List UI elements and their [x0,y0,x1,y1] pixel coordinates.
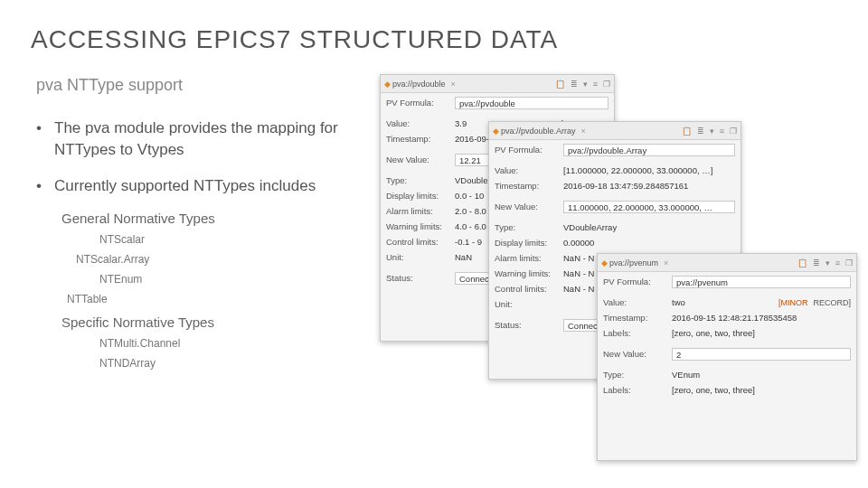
tab-title[interactable]: pva://pvenum [609,258,658,267]
value-field: [11.000000, 22.000000, 33.000000, …] [563,164,735,177]
type-ntndarray: NTNDArray [99,357,362,370]
label-pvformula: PV Formula: [495,145,563,155]
label-warninglimits: Warning limits: [386,221,455,231]
maximize-icon[interactable] [845,258,853,267]
bullet-text: The pva module provides the mapping for … [54,117,362,161]
bullet-dot-icon: • [36,117,54,161]
status-badge: [MINORRECORD] [778,298,851,308]
tab-bar: ◆ pva://pvdouble.Array × [489,122,741,140]
probe-panel-pvenum: ◆ pva://pvenum × PV Formula:pva://pvenum… [597,253,857,461]
label-labels: Labels: [603,385,672,395]
tab-title[interactable]: pva://pvdouble [392,80,446,89]
label-pvformula: PV Formula: [386,98,455,108]
label-type: Type: [495,222,563,232]
type-nttable: NTTable [67,293,362,305]
bullet-list: • The pva module provides the mapping fo… [36,117,362,370]
label-warninglimits: Warning limits: [495,268,563,278]
label-alarmlimits: Alarm limits: [386,206,455,216]
type-ntmultichannel: NTMulti.Channel [99,337,362,350]
label-newvalue: New Value: [495,202,563,211]
slide: ACCESSING EPICS7 STRUCTURED DATA pva NTT… [0,0,868,488]
label-displaylimits: Display limits: [495,238,563,248]
type-field: VEnum [672,369,851,381]
type-field: VDoubleArray [563,221,735,234]
label-unit: Unit: [495,299,563,309]
probe-icon: ◆ [493,127,499,136]
tab-bar: ◆ pva://pvenum × [598,254,856,272]
label-value: Value: [495,165,563,175]
tab-bar: ◆ pva://pvdouble × [381,75,614,93]
maximize-icon[interactable] [730,127,737,136]
section-heading-general: General Normative Types [61,211,362,226]
label-newvalue: New Value: [603,349,672,359]
maximize-icon[interactable] [603,80,610,89]
type-ntenum: NTEnum [99,273,362,286]
label-timestamp: Timestamp: [495,181,563,191]
tab-title[interactable]: pva://pvdouble.Array [501,127,576,136]
list-icon[interactable] [813,258,820,267]
type-ntscalararray: NTScalar.Array [76,253,362,266]
label-unit: Unit: [386,252,455,262]
label-status: Status: [386,273,455,283]
bullet-text: Currently supported NTTypes includes [54,175,316,197]
list-icon[interactable] [571,80,578,89]
label-alarmlimits: Alarm limits: [495,253,563,263]
labels-field: [zero, one, two, three] [672,384,851,397]
label-type: Type: [603,370,672,380]
minimize-icon[interactable] [583,80,588,89]
page-subtitle: pva NTType support [36,76,183,95]
pvformula-input[interactable]: pva://pvenum [672,276,851,288]
menu-icon[interactable] [720,127,724,136]
newvalue-input[interactable]: 2 [672,348,851,361]
bullet-item: • The pva module provides the mapping fo… [36,117,362,161]
label-controllimits: Control limits: [495,284,563,294]
label-value: Value: [603,297,672,307]
minimize-icon[interactable] [710,127,714,136]
pvformula-input[interactable]: pva://pvdouble [455,97,609,109]
menu-icon[interactable] [835,258,840,267]
close-icon[interactable]: × [664,258,668,267]
list-icon[interactable] [697,127,704,136]
clipboard-icon[interactable] [682,127,692,136]
menu-icon[interactable] [593,80,598,89]
close-icon[interactable]: × [451,80,456,89]
type-ntscalar: NTScalar [99,233,362,246]
pvformula-input[interactable]: pva://pvdouble.Array [563,144,735,156]
label-timestamp: Timestamp: [603,313,672,323]
label-type: Type: [386,175,455,185]
label-pvformula: PV Formula: [603,277,672,286]
label-status: Status: [495,320,563,330]
probe-icon: ◆ [384,80,391,89]
label-controllimits: Control limits: [386,237,455,247]
clipboard-icon[interactable] [555,80,565,89]
labels-field: [zero, one, two, three] [672,327,851,340]
timestamp-field: 2016-09-18 13:47:59.284857161 [563,180,735,192]
label-timestamp: Timestamp: [386,134,455,144]
label-displaylimits: Display limits: [386,191,455,201]
bullet-dot-icon: • [36,175,54,197]
label-value: Value: [386,118,455,128]
section-heading-specific: Specific Normative Types [61,314,362,330]
displaylimits-field: 0.00000 [563,237,735,249]
value-field: two [672,296,773,309]
probe-icon: ◆ [601,258,608,267]
clipboard-icon[interactable] [797,258,807,267]
label-newvalue: New Value: [386,155,455,164]
bullet-item: • Currently supported NTTypes includes [36,175,362,197]
timestamp-field: 2016-09-15 12:48:21.178535458 [672,312,851,324]
newvalue-input[interactable]: 11.000000, 22.000000, 33.000000, … [563,201,735,213]
page-title: ACCESSING EPICS7 STRUCTURED DATA [31,25,558,54]
minimize-icon[interactable] [826,258,830,267]
label-labels: Labels: [603,328,672,338]
close-icon[interactable]: × [581,127,586,136]
